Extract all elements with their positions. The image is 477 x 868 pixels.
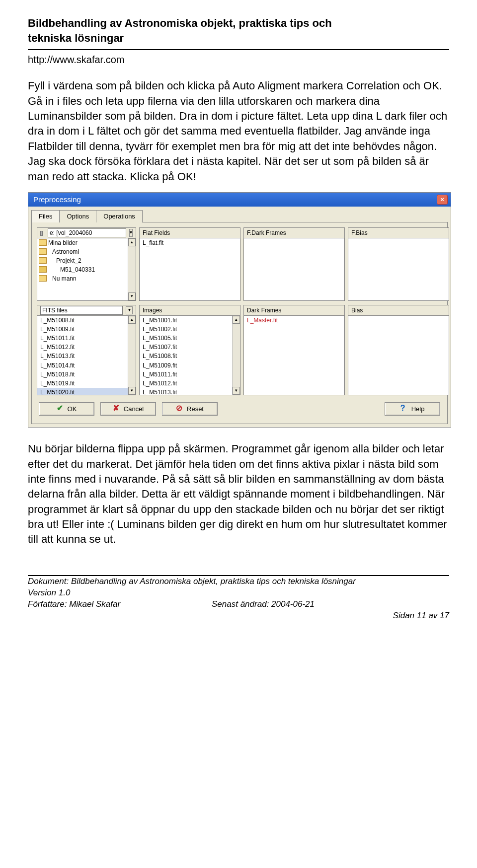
filetype-combo[interactable]: ▾ xyxy=(37,305,136,316)
close-icon: ✘ xyxy=(113,405,120,412)
title-divider xyxy=(28,49,449,50)
footer-author: Författare: Mikael Skafar xyxy=(28,599,212,610)
drive-folder-panel: ▾ Mina bilder Astronomi Projekt_2 M51_04… xyxy=(37,227,136,301)
list-item[interactable]: L_M51008.fit xyxy=(37,316,136,325)
title-line1: Bildbehandling av Astronomiska objekt, p… xyxy=(28,17,332,29)
dark-frames-listbox[interactable]: L_Master.fit xyxy=(243,316,345,395)
dark-frames-panel: Dark Frames L_Master.fit xyxy=(243,305,345,395)
filetype-input[interactable] xyxy=(40,306,123,315)
tab-options[interactable]: Options xyxy=(59,210,96,222)
list-item[interactable]: Nu mann xyxy=(37,274,136,283)
dialog-title: Preprocessing xyxy=(33,195,81,205)
tab-files[interactable]: Files xyxy=(31,210,60,222)
paragraph-4: Nu börjar bilderna flippa upp på skärmen… xyxy=(28,441,449,547)
filetype-files-panel: ▾ L_M51008.fit L_M51009.fit L_M51011.fit… xyxy=(37,305,136,395)
files-listbox[interactable]: L_M51008.fit L_M51009.fit L_M51011.fit L… xyxy=(37,316,136,395)
list-item[interactable]: L_M51011.fit xyxy=(140,370,240,379)
list-item[interactable]: L_M51020.fit xyxy=(37,388,136,395)
scroll-down-icon[interactable]: ▾ xyxy=(128,387,136,395)
list-item[interactable]: L_M51002.fit xyxy=(140,325,240,334)
reset-button[interactable]: ⊘ Reset xyxy=(162,402,218,416)
f-bias-header: F.Bias xyxy=(348,227,449,238)
paragraph-1: Fyll i värdena som på bilden och klicka … xyxy=(28,78,449,184)
f-dark-frames-listbox[interactable] xyxy=(243,238,345,301)
drive-input[interactable] xyxy=(48,228,126,237)
scroll-up-icon[interactable]: ▴ xyxy=(128,316,136,324)
scroll-up-icon[interactable]: ▴ xyxy=(233,316,240,324)
scroll-down-icon[interactable]: ▾ xyxy=(233,387,240,395)
no-entry-icon: ⊘ xyxy=(176,405,183,412)
list-item[interactable]: L_M51012.fit xyxy=(140,379,240,388)
reset-label: Reset xyxy=(187,405,204,414)
list-item[interactable]: L_M51008.fit xyxy=(140,352,240,361)
title-line2: tekniska lösningar xyxy=(28,32,124,44)
disk-icon xyxy=(40,231,43,236)
list-item[interactable]: L_M51001.fit xyxy=(140,316,240,325)
cancel-button[interactable]: ✘ Cancel xyxy=(100,402,156,416)
document-footer: Dokument: Bildbehandling av Astronomiska… xyxy=(28,576,449,622)
help-label: Help xyxy=(411,405,425,414)
list-item[interactable]: L_M51013.fit xyxy=(140,388,240,395)
tab-body-files: ▾ Mina bilder Astronomi Projekt_2 M51_04… xyxy=(31,222,448,425)
list-item[interactable]: Astronomi xyxy=(37,247,136,256)
close-button[interactable]: × xyxy=(437,195,448,205)
cancel-label: Cancel xyxy=(124,405,144,414)
chevron-down-icon[interactable]: ▾ xyxy=(129,229,133,237)
chevron-down-icon[interactable]: ▾ xyxy=(126,306,133,314)
tab-operations[interactable]: Operations xyxy=(96,210,143,222)
scrollbar[interactable]: ▴ ▾ xyxy=(128,238,136,300)
bias-panel: Bias xyxy=(348,305,449,395)
document-title: Bildbehandling av Astronomiska objekt, p… xyxy=(28,16,449,45)
check-icon: ✔ xyxy=(57,405,64,412)
list-item[interactable]: L_M51019.fit xyxy=(37,379,136,388)
footer-document-line: Dokument: Bildbehandling av Astronomiska… xyxy=(28,576,449,587)
list-item[interactable]: L_M51009.fit xyxy=(140,361,240,370)
dialog-titlebar[interactable]: Preprocessing × xyxy=(28,193,451,207)
bias-header: Bias xyxy=(348,305,449,316)
footer-modified: Senast ändrad: 2004-06-21 xyxy=(212,599,449,610)
list-item[interactable]: Projekt_2 xyxy=(37,256,136,265)
scroll-up-icon[interactable]: ▴ xyxy=(128,238,136,246)
help-button[interactable]: ? Help xyxy=(385,402,440,416)
bias-listbox[interactable] xyxy=(348,316,449,395)
f-dark-frames-header: F.Dark Frames xyxy=(243,227,345,238)
list-item[interactable]: L_M51012.fit xyxy=(37,343,136,352)
images-listbox[interactable]: L_M51001.fit L_M51002.fit L_M51005.fit L… xyxy=(139,316,240,395)
folder-listbox[interactable]: Mina bilder Astronomi Projekt_2 M51_0403… xyxy=(37,238,136,301)
dark-frames-header: Dark Frames xyxy=(243,305,345,316)
flat-fields-header: Flat Fields xyxy=(139,227,240,238)
list-item[interactable]: L_M51005.fit xyxy=(140,334,240,343)
help-icon: ? xyxy=(400,405,407,412)
dialog-button-row: ✔ OK ✘ Cancel ⊘ Reset ? Help xyxy=(37,395,442,417)
ok-label: OK xyxy=(68,405,77,414)
file-grid: ▾ Mina bilder Astronomi Projekt_2 M51_04… xyxy=(37,227,442,395)
images-panel: Images L_M51001.fit L_M51002.fit L_M5100… xyxy=(139,305,240,395)
list-item[interactable]: Mina bilder xyxy=(37,238,136,247)
footer-page: Sidan 11 av 17 xyxy=(340,610,449,622)
list-item[interactable]: L_M51007.fit xyxy=(140,343,240,352)
scrollbar[interactable]: ▴ ▾ xyxy=(128,316,136,395)
document-url: http://www.skafar.com xyxy=(28,53,449,67)
list-item[interactable]: L_M51013.fit xyxy=(37,352,136,361)
images-header: Images xyxy=(139,305,240,316)
f-bias-listbox[interactable] xyxy=(348,238,449,301)
footer-version: Version 1.0 xyxy=(28,587,449,599)
flat-fields-panel: Flat Fields L_flat.fit xyxy=(139,227,240,301)
f-bias-panel: F.Bias xyxy=(348,227,449,301)
list-item[interactable]: L_M51009.fit xyxy=(37,325,136,334)
scrollbar[interactable]: ▴ ▾ xyxy=(232,316,240,395)
list-item[interactable]: L_Master.fit xyxy=(244,316,344,325)
ok-button[interactable]: ✔ OK xyxy=(39,402,94,416)
scroll-down-icon[interactable]: ▾ xyxy=(128,292,136,300)
list-item[interactable]: M51_040331 xyxy=(37,265,136,274)
flat-fields-listbox[interactable]: L_flat.fit xyxy=(139,238,240,301)
list-item[interactable]: L_flat.fit xyxy=(140,238,240,247)
f-dark-frames-panel: F.Dark Frames xyxy=(243,227,345,301)
list-item[interactable]: L_M51018.fit xyxy=(37,370,136,379)
dialog-tabstrip: Files Options Operations xyxy=(28,207,451,222)
list-item[interactable]: L_M51011.fit xyxy=(37,334,136,343)
drive-combo[interactable]: ▾ xyxy=(37,227,136,238)
preprocessing-dialog: Preprocessing × Files Options Operations… xyxy=(28,192,451,428)
list-item[interactable]: L_M51014.fit xyxy=(37,361,136,370)
